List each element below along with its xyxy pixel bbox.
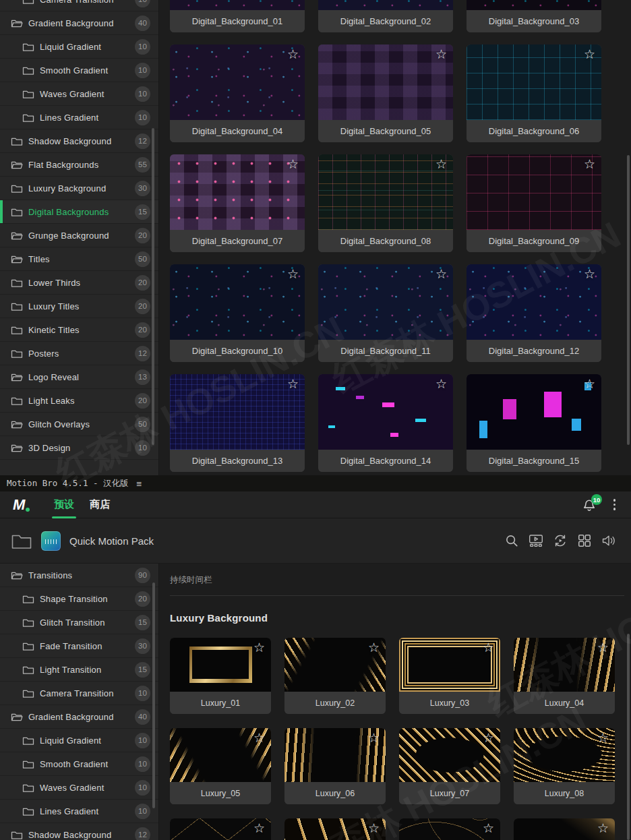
preset-thumbnail[interactable]: ☆ bbox=[318, 154, 453, 230]
favorite-star-icon[interactable]: ☆ bbox=[287, 48, 299, 61]
preset-card[interactable]: ☆ bbox=[170, 818, 271, 840]
favorite-star-icon[interactable]: ☆ bbox=[368, 641, 380, 654]
favorite-star-icon[interactable]: ☆ bbox=[287, 158, 299, 171]
preset-card[interactable]: ☆ Digital_Background_07 bbox=[170, 154, 305, 252]
preset-card[interactable]: ☆ Digital_Background_15 bbox=[467, 374, 601, 472]
grid-view-icon[interactable] bbox=[576, 533, 593, 549]
sound-icon[interactable] bbox=[601, 533, 617, 549]
sidebar-item[interactable]: Fade Transition 30 bbox=[0, 634, 158, 658]
sidebar-item[interactable]: Transitions 90 bbox=[0, 564, 158, 587]
preset-thumbnail[interactable]: ☆ bbox=[170, 0, 305, 10]
preset-thumbnail[interactable]: ☆ bbox=[170, 154, 305, 230]
notifications-bell-icon[interactable]: 10 bbox=[582, 496, 598, 514]
tab-presets[interactable]: 预设 bbox=[54, 491, 74, 518]
preset-thumbnail[interactable]: ☆ bbox=[467, 0, 601, 10]
sidebar-item[interactable]: Liquid Gradient 10 bbox=[0, 729, 158, 752]
preset-thumbnail[interactable]: ☆ bbox=[318, 0, 453, 10]
preset-card[interactable]: ☆ Digital_Background_14 bbox=[318, 374, 453, 472]
sidebar-item[interactable]: Lines Gradient 10 bbox=[0, 800, 158, 823]
preset-thumbnail[interactable]: ☆ bbox=[467, 44, 601, 120]
preset-thumbnail[interactable]: ☆ bbox=[170, 374, 305, 450]
preset-thumbnail[interactable]: ☆ bbox=[514, 728, 615, 782]
sidebar-item[interactable]: Smooth Gradient 10 bbox=[0, 752, 158, 776]
favorite-star-icon[interactable]: ☆ bbox=[253, 731, 265, 744]
sidebar-item[interactable]: Grunge Background 20 bbox=[0, 224, 158, 247]
sidebar-item[interactable]: Camera Transition 10 bbox=[0, 0, 158, 11]
preset-card[interactable]: ☆ Digital_Background_12 bbox=[467, 264, 601, 362]
preset-thumbnail[interactable]: ☆ bbox=[318, 264, 453, 340]
preset-thumbnail[interactable]: ☆ bbox=[170, 728, 271, 782]
sidebar-scrollbar[interactable] bbox=[152, 582, 155, 808]
favorite-star-icon[interactable]: ☆ bbox=[368, 822, 380, 835]
favorite-star-icon[interactable]: ☆ bbox=[483, 641, 494, 654]
grid-scrollbar[interactable] bbox=[627, 155, 630, 445]
sidebar-item[interactable]: Gradient Background 40 bbox=[0, 11, 158, 35]
sidebar-item[interactable]: Kinetic Titles 20 bbox=[0, 318, 158, 342]
preset-thumbnail[interactable]: ☆ bbox=[284, 818, 386, 840]
favorite-star-icon[interactable]: ☆ bbox=[435, 48, 447, 61]
preset-thumbnail[interactable]: ☆ bbox=[399, 728, 500, 782]
preset-thumbnail[interactable]: ☆ bbox=[170, 44, 305, 120]
preset-card[interactable]: ☆ Luxury_03 bbox=[399, 638, 500, 714]
sidebar-item[interactable]: 3D Design 10 bbox=[0, 436, 158, 460]
favorite-star-icon[interactable]: ☆ bbox=[584, 158, 595, 171]
sidebar-item[interactable]: Luxury Background 30 bbox=[0, 177, 158, 200]
preset-thumbnail[interactable]: ☆ bbox=[467, 374, 601, 450]
favorite-star-icon[interactable]: ☆ bbox=[584, 268, 595, 280]
sidebar-item[interactable]: Glitch Overlays 50 bbox=[0, 413, 158, 436]
sidebar-item[interactable]: Luxury Titles 20 bbox=[0, 295, 158, 318]
preset-thumbnail[interactable]: ☆ bbox=[170, 818, 271, 840]
preset-card[interactable]: ☆ Luxury_05 bbox=[170, 728, 271, 804]
favorite-star-icon[interactable]: ☆ bbox=[584, 378, 595, 390]
preset-thumbnail[interactable]: ☆ bbox=[170, 264, 305, 340]
favorite-star-icon[interactable]: ☆ bbox=[597, 822, 609, 835]
preset-card[interactable]: ☆ Digital_Background_02 bbox=[318, 0, 453, 32]
sidebar-item[interactable]: Camera Transition 10 bbox=[0, 682, 158, 705]
pack-thumbnail[interactable] bbox=[41, 531, 61, 551]
preset-card[interactable]: ☆ Luxury_06 bbox=[284, 728, 386, 804]
preset-card[interactable]: ☆ Luxury_07 bbox=[399, 728, 500, 804]
sidebar-scrollbar[interactable] bbox=[152, 128, 154, 445]
preset-thumbnail[interactable]: ☆ bbox=[318, 44, 453, 120]
favorite-star-icon[interactable]: ☆ bbox=[287, 268, 299, 280]
preset-card[interactable]: ☆ Digital_Background_03 bbox=[467, 0, 601, 32]
preset-card[interactable]: ☆ Luxury_02 bbox=[284, 638, 386, 714]
favorite-star-icon[interactable]: ☆ bbox=[287, 378, 299, 390]
preset-card[interactable]: ☆ Digital_Background_11 bbox=[318, 264, 453, 362]
sidebar-item[interactable]: Light Transition 15 bbox=[0, 658, 158, 682]
favorite-star-icon[interactable]: ☆ bbox=[435, 158, 447, 171]
sidebar-item[interactable]: Titles 50 bbox=[0, 247, 158, 271]
sidebar-item[interactable]: Shadow Background 12 bbox=[0, 129, 158, 153]
favorite-star-icon[interactable]: ☆ bbox=[435, 378, 447, 390]
favorite-star-icon[interactable]: ☆ bbox=[597, 731, 609, 744]
sidebar-item[interactable]: Lines Gradient 10 bbox=[0, 106, 158, 129]
preset-card[interactable]: ☆ Digital_Background_08 bbox=[318, 154, 453, 252]
sync-play-icon[interactable] bbox=[552, 533, 568, 549]
preset-card[interactable]: ☆ Luxury_08 bbox=[514, 728, 615, 804]
preset-thumbnail[interactable]: ☆ bbox=[284, 728, 386, 782]
preset-card[interactable]: ☆ Digital_Background_10 bbox=[170, 264, 305, 362]
more-menu-icon[interactable] bbox=[613, 499, 616, 510]
preset-card[interactable]: ☆ Digital_Background_06 bbox=[467, 44, 601, 142]
root-folder-icon[interactable] bbox=[11, 531, 32, 550]
preset-card[interactable]: ☆ Digital_Background_09 bbox=[467, 154, 601, 252]
sidebar-item[interactable]: Shadow Background 12 bbox=[0, 823, 158, 840]
preset-thumbnail[interactable]: ☆ bbox=[514, 638, 615, 692]
preset-card[interactable]: ☆ Digital_Background_04 bbox=[170, 44, 305, 142]
favorite-star-icon[interactable]: ☆ bbox=[368, 731, 380, 744]
preset-card[interactable]: ☆ Luxury_01 bbox=[170, 638, 271, 714]
preset-card[interactable]: ☆ bbox=[399, 818, 500, 840]
favorite-star-icon[interactable]: ☆ bbox=[483, 822, 494, 835]
tab-store[interactable]: 商店 bbox=[90, 491, 110, 518]
preset-card[interactable]: ☆ Digital_Background_05 bbox=[318, 44, 453, 142]
grid-scrollbar[interactable] bbox=[627, 634, 630, 840]
favorite-star-icon[interactable]: ☆ bbox=[253, 822, 265, 835]
duration-sort-label[interactable]: 持续时间栏 bbox=[170, 574, 631, 586]
sidebar-item[interactable]: Light Leaks 20 bbox=[0, 389, 158, 413]
preset-thumbnail[interactable]: ☆ bbox=[467, 264, 601, 340]
preset-thumbnail[interactable]: ☆ bbox=[467, 154, 601, 230]
sidebar-item[interactable]: Liquid Gradient 10 bbox=[0, 35, 158, 59]
preset-card[interactable]: ☆ bbox=[284, 818, 386, 840]
preset-thumbnail[interactable]: ☆ bbox=[318, 374, 453, 450]
panel-menu-icon[interactable]: ≡ bbox=[137, 479, 142, 489]
